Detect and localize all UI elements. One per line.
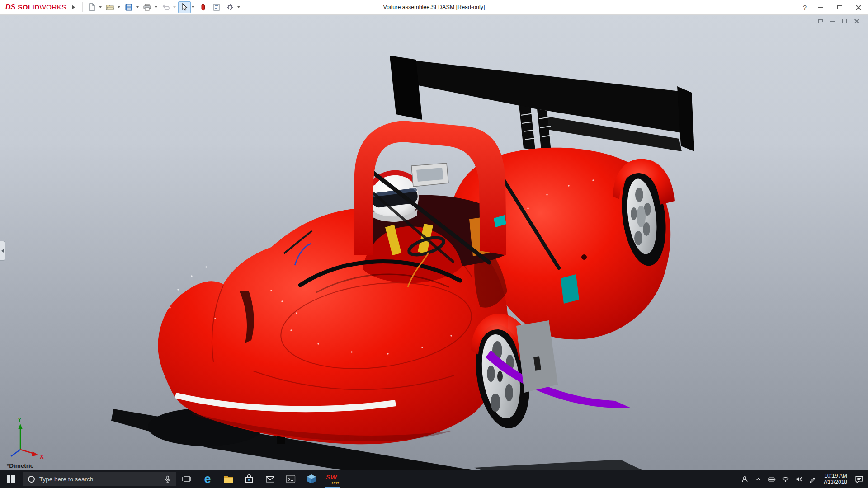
select-tool-button[interactable]	[178, 1, 191, 13]
graphics-viewport: Y X *Dimetric	[0, 15, 868, 470]
axis-x-label: X	[40, 453, 44, 460]
quick-access-toolbar	[85, 1, 241, 13]
action-center-icon	[855, 475, 863, 483]
minimize-button[interactable]	[816, 4, 826, 12]
file-properties-button[interactable]	[210, 1, 223, 13]
new-document-button[interactable]	[85, 1, 98, 13]
rebuild-icon	[200, 3, 206, 11]
solidworks-taskbar-button[interactable]: SW 2017	[322, 470, 343, 488]
windows-logo-icon	[7, 475, 15, 483]
windows-taskbar: e	[0, 470, 868, 488]
document-window-controls	[816, 18, 861, 24]
dropdown-caret[interactable]	[136, 6, 139, 8]
minimize-icon	[818, 7, 823, 8]
print-icon	[143, 3, 151, 11]
maximize-button[interactable]	[835, 4, 844, 12]
minimize-icon	[830, 21, 835, 22]
taskbar-clock[interactable]: 10:19 AM 7/13/2018	[820, 473, 850, 485]
mail-button[interactable]	[259, 470, 280, 488]
battery-button[interactable]	[765, 470, 779, 488]
clock-time: 10:19 AM	[823, 473, 847, 479]
solidworks-logo[interactable]: DSSOLIDWORKS	[0, 3, 70, 11]
terminal-app-button[interactable]	[280, 470, 301, 488]
store-icon	[244, 474, 254, 484]
dropdown-caret[interactable]	[99, 6, 102, 8]
file-properties-icon	[212, 3, 221, 11]
volume-button[interactable]	[793, 470, 806, 488]
dropdown-caret[interactable]	[192, 6, 194, 8]
people-icon	[741, 475, 749, 483]
options-button[interactable]	[224, 1, 236, 13]
axis-y-label: Y	[18, 416, 22, 423]
mirror-box	[411, 163, 448, 187]
mail-icon	[265, 474, 275, 484]
start-button[interactable]	[0, 470, 22, 488]
orientation-triad: Y X	[11, 416, 44, 460]
restore-down-icon	[818, 19, 822, 23]
print-button[interactable]	[141, 1, 154, 13]
open-icon	[106, 3, 114, 11]
maximize-icon	[842, 19, 847, 23]
taskbar-search[interactable]	[23, 472, 176, 486]
dropdown-caret[interactable]	[155, 6, 157, 8]
doc-minimize-button[interactable]	[828, 18, 836, 24]
cube-viewer-button[interactable]	[301, 470, 322, 488]
model-view-race-car[interactable]: Y X	[0, 15, 868, 470]
chevron-up-icon	[755, 476, 762, 483]
volume-icon	[795, 475, 803, 483]
battery-icon	[768, 475, 776, 483]
select-cursor-icon	[181, 3, 188, 11]
task-view-icon	[182, 474, 192, 484]
save-button[interactable]	[123, 1, 135, 13]
maximize-icon	[837, 5, 842, 9]
pen-button[interactable]	[806, 470, 820, 488]
file-explorer-icon	[223, 474, 234, 484]
undo-icon	[162, 3, 170, 11]
close-icon	[854, 19, 859, 23]
dropdown-caret[interactable]	[118, 6, 120, 8]
dropdown-caret[interactable]	[173, 6, 176, 8]
view-orientation-label: *Dimetric	[7, 462, 33, 469]
action-center-button[interactable]	[850, 470, 868, 488]
doc-close-button[interactable]	[853, 18, 861, 24]
menu-flyout-arrow-icon[interactable]	[72, 5, 75, 9]
close-icon	[856, 5, 861, 10]
titlebar: DSSOLIDWORKS	[0, 0, 868, 15]
close-button[interactable]	[854, 4, 863, 12]
dock-button[interactable]	[816, 18, 824, 24]
search-input[interactable]	[39, 476, 164, 483]
task-view-button[interactable]	[176, 470, 197, 488]
file-explorer-button[interactable]	[218, 470, 239, 488]
doc-maximize-button[interactable]	[840, 18, 849, 24]
options-gear-icon	[226, 3, 234, 11]
window-controls: ?	[803, 0, 863, 15]
solidworks-window: DSSOLIDWORKS	[0, 0, 868, 488]
system-tray: 10:19 AM 7/13/2018	[738, 470, 868, 488]
edge-icon: e	[204, 474, 211, 484]
save-icon	[125, 3, 133, 11]
terminal-icon	[285, 474, 296, 484]
solidworks-icon: SW 2017	[326, 473, 339, 485]
people-button[interactable]	[738, 470, 752, 488]
cortana-icon	[28, 476, 35, 483]
new-document-icon	[88, 3, 96, 11]
teal-vent-lower	[561, 274, 579, 304]
clock-date: 7/13/2018	[823, 479, 847, 485]
ds-logo: DS	[5, 3, 15, 11]
microphone-icon[interactable]	[164, 475, 171, 483]
edge-button[interactable]: e	[197, 470, 218, 488]
wing-supports	[519, 105, 552, 151]
store-button[interactable]	[239, 470, 259, 488]
undo-button[interactable]	[160, 1, 172, 13]
cube-viewer-icon	[306, 474, 317, 484]
rebuild-button[interactable]	[197, 1, 209, 13]
dropdown-caret[interactable]	[237, 6, 240, 8]
wifi-icon	[782, 475, 789, 483]
network-button[interactable]	[779, 470, 793, 488]
show-hidden-icons-button[interactable]	[752, 470, 765, 488]
help-button[interactable]: ?	[803, 4, 807, 11]
open-button[interactable]	[104, 1, 117, 13]
pen-icon	[809, 475, 816, 483]
